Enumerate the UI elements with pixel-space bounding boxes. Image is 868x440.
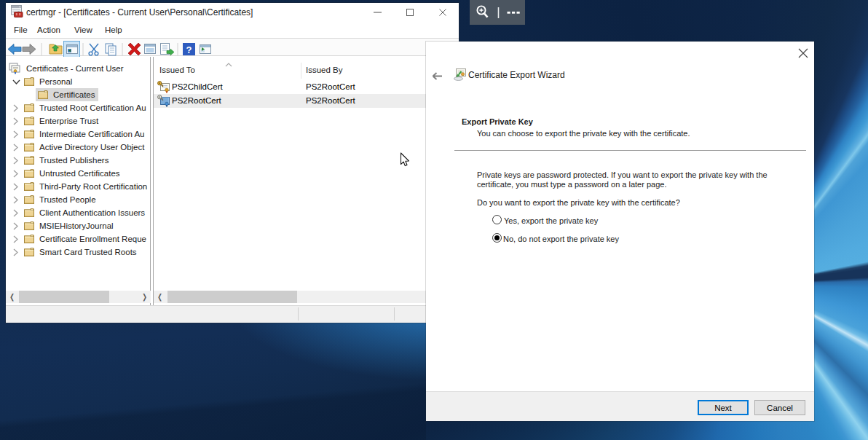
svg-text:?: ? xyxy=(186,44,192,55)
